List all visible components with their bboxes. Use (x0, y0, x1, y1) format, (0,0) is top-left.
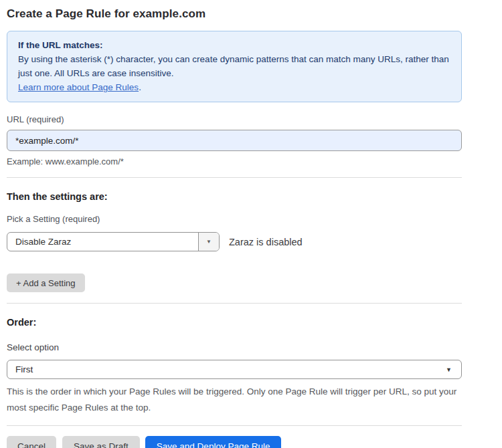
url-match-info-box: If the URL matches: By using the asteris… (7, 31, 462, 102)
divider (7, 425, 462, 426)
save-and-deploy-button[interactable]: Save and Deploy Page Rule (145, 436, 282, 448)
save-as-draft-button[interactable]: Save as Draft (62, 436, 140, 448)
chevron-down-icon: ▼ (446, 366, 452, 373)
info-box-heading: If the URL matches: (18, 38, 450, 52)
page-rule-form: Create a Page Rule for example.com If th… (7, 0, 462, 448)
link-period: . (139, 82, 141, 92)
setting-status-text: Zaraz is disabled (229, 237, 303, 247)
order-select-value: First (15, 364, 33, 374)
url-field-label: URL (required) (7, 114, 462, 124)
order-select[interactable]: First ▼ (7, 360, 462, 379)
setting-row: Disable Zaraz ▼ Zaraz is disabled (7, 232, 462, 251)
setting-select[interactable]: Disable Zaraz ▼ (7, 232, 220, 251)
page-title: Create a Page Rule for example.com (7, 7, 462, 21)
chevron-down-icon: ▼ (206, 239, 212, 245)
divider (7, 303, 462, 304)
form-actions: Cancel Save as Draft Save and Deploy Pag… (7, 436, 462, 448)
url-example-text: Example: www.example.com/* (7, 156, 462, 166)
add-setting-button[interactable]: + Add a Setting (7, 273, 85, 292)
order-select-label: Select option (7, 342, 462, 352)
order-section-heading: Order: (7, 317, 462, 328)
settings-section-heading: Then the settings are: (7, 191, 462, 202)
order-help-text: This is the order in which your Page Rul… (7, 384, 462, 416)
info-box-link-line: Learn more about Page Rules. (18, 80, 450, 94)
info-box-body: By using the asterisk (*) character, you… (18, 52, 450, 80)
cancel-button[interactable]: Cancel (7, 436, 56, 448)
setting-picker-label: Pick a Setting (required) (7, 214, 462, 224)
url-input[interactable] (7, 130, 462, 151)
setting-select-arrow-button[interactable]: ▼ (198, 233, 219, 251)
divider (7, 177, 462, 178)
learn-more-link[interactable]: Learn more about Page Rules (18, 82, 139, 92)
setting-select-value: Disable Zaraz (7, 233, 198, 251)
